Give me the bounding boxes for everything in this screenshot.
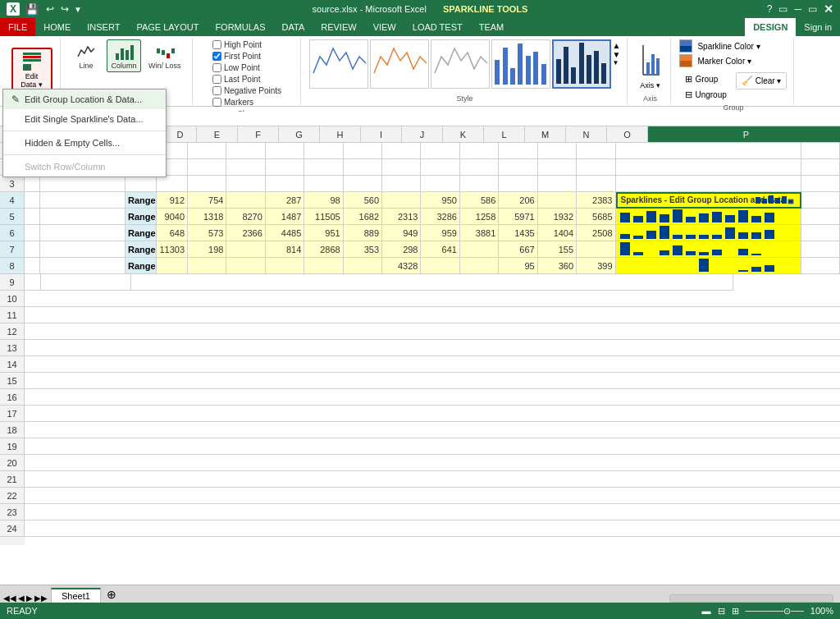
cell-N3[interactable] xyxy=(538,176,577,192)
col-header-G[interactable]: G xyxy=(279,126,320,142)
style-more-btn[interactable]: ▲ ▼ ▼ xyxy=(613,39,621,68)
cell-I5[interactable]: 1682 xyxy=(344,209,382,225)
sparkline-color-btn[interactable]: Sparkline Color ▾ xyxy=(697,42,760,51)
firstpoint-checkbox[interactable] xyxy=(212,52,221,61)
cell-E7[interactable]: 198 xyxy=(188,241,226,258)
cell-L3[interactable] xyxy=(460,176,499,192)
col-header-N[interactable]: N xyxy=(566,126,607,142)
cell-F1[interactable] xyxy=(226,143,265,159)
cell-Q6[interactable] xyxy=(801,225,840,241)
col-header-D[interactable]: D xyxy=(164,126,197,142)
axis-button[interactable]: Axis ▾ xyxy=(636,39,664,92)
row-header-8[interactable]: 8 xyxy=(0,258,25,274)
cell-O4[interactable]: 2383 xyxy=(577,192,615,209)
cell-H7[interactable]: 2868 xyxy=(304,241,343,258)
col-header-P[interactable]: P xyxy=(648,126,840,142)
cell-J1[interactable] xyxy=(382,143,421,159)
cell-Q2[interactable] xyxy=(801,159,840,176)
cell-B5[interactable] xyxy=(40,209,126,225)
row-header-7[interactable]: 7 xyxy=(0,241,25,258)
cell-Q7[interactable] xyxy=(801,241,840,258)
style-preview-4[interactable] xyxy=(491,39,550,89)
cell-K7[interactable]: 641 xyxy=(421,241,459,258)
row-header-4[interactable]: 4 xyxy=(0,192,25,209)
row-header-10[interactable]: 10 xyxy=(0,291,25,307)
cell-O3[interactable] xyxy=(577,176,615,192)
cell-I4[interactable]: 560 xyxy=(344,192,382,209)
cell-L2[interactable] xyxy=(460,159,499,176)
tab-team[interactable]: TEAM xyxy=(471,18,513,36)
cell-D8[interactable] xyxy=(157,258,188,274)
cell-E6[interactable]: 573 xyxy=(188,225,226,241)
cell-L1[interactable] xyxy=(460,143,499,159)
tab-home[interactable]: HOME xyxy=(35,18,79,36)
cell-D6[interactable]: 648 xyxy=(157,225,188,241)
signin-btn[interactable]: Sign in xyxy=(796,19,840,35)
style-preview-5[interactable] xyxy=(552,39,611,89)
cell-P8-sparkline[interactable] xyxy=(616,258,801,274)
cell-M7[interactable]: 667 xyxy=(499,241,537,258)
cell-K5[interactable]: 3286 xyxy=(421,209,459,225)
cell-K8[interactable] xyxy=(421,258,459,274)
cell-H8[interactable] xyxy=(304,258,343,274)
cell-L8[interactable] xyxy=(460,258,499,274)
cell-H1[interactable] xyxy=(304,143,343,159)
cell-L6[interactable]: 3881 xyxy=(460,225,499,241)
zoom-slider[interactable]: ──────⊙── xyxy=(746,606,804,617)
qat-save[interactable]: 💾 xyxy=(23,3,41,16)
column-button[interactable]: Column xyxy=(107,39,141,72)
lowpoint-check[interactable]: Low Point xyxy=(209,62,263,73)
cell-N4[interactable] xyxy=(538,192,577,209)
style-preview-2[interactable] xyxy=(370,39,429,89)
qat-undo[interactable]: ↩ xyxy=(44,3,56,15)
qat-dropdown[interactable]: ▼ xyxy=(74,5,82,14)
tab-insert[interactable]: INSERT xyxy=(79,18,128,36)
marker-color-btn[interactable]: Marker Color ▾ xyxy=(697,57,751,66)
cell-I8[interactable] xyxy=(344,258,382,274)
cell-M3[interactable] xyxy=(499,176,537,192)
menu-item-hidden-empty[interactable]: ✎ Hidden & Empty Cells... xyxy=(3,133,166,153)
markers-checkbox[interactable] xyxy=(212,98,221,107)
cell-F5[interactable]: 8270 xyxy=(226,209,265,225)
row-header-20[interactable]: 20 xyxy=(0,455,25,471)
scroll-first[interactable]: ◀◀ xyxy=(3,594,16,603)
cell-M4[interactable]: 206 xyxy=(499,192,537,209)
restore-icon[interactable]: ▭ xyxy=(778,3,788,15)
negpoints-check[interactable]: Negative Points xyxy=(209,85,285,96)
row-header-16[interactable]: 16 xyxy=(0,389,25,406)
cell-H6[interactable]: 951 xyxy=(304,225,343,241)
cell-N5[interactable]: 1932 xyxy=(538,209,577,225)
cell-J3[interactable] xyxy=(382,176,421,192)
tab-design[interactable]: DESIGN xyxy=(745,18,796,36)
cell-rest-9[interactable] xyxy=(131,274,733,291)
cell-P5-sparkline[interactable] xyxy=(616,209,801,225)
cell-I3[interactable] xyxy=(344,176,382,192)
row-header-5[interactable]: 5 xyxy=(0,209,25,225)
horizontal-scrollbar[interactable] xyxy=(669,594,833,603)
cell-O1[interactable] xyxy=(577,143,615,159)
cell-C3[interactable] xyxy=(126,176,157,192)
cell-C6[interactable]: Range 3 xyxy=(126,225,157,241)
cell-P3[interactable] xyxy=(616,176,801,192)
cell-E8[interactable] xyxy=(188,258,226,274)
cell-G6[interactable]: 4485 xyxy=(266,225,304,241)
cell-I1[interactable] xyxy=(344,143,382,159)
cell-C7[interactable]: Range 4 xyxy=(126,241,157,258)
col-header-E[interactable]: E xyxy=(197,126,238,142)
tab-formulas[interactable]: FORMULAS xyxy=(207,18,273,36)
cell-P1[interactable] xyxy=(616,143,801,159)
col-header-H[interactable]: H xyxy=(320,126,361,142)
cell-N7[interactable]: 155 xyxy=(538,241,577,258)
layout-page-icon[interactable]: ⊟ xyxy=(718,606,725,617)
clear-button[interactable]: 🧹 Clear ▾ xyxy=(736,72,788,89)
cell-D7[interactable]: 11303 xyxy=(157,241,188,258)
style-preview-3[interactable] xyxy=(431,39,490,89)
cell-A9[interactable] xyxy=(25,274,41,291)
row-header-13[interactable]: 13 xyxy=(0,340,25,356)
row-header-11[interactable]: 11 xyxy=(0,307,25,323)
cell-Q8[interactable] xyxy=(801,258,840,274)
cell-C8[interactable]: Range 5 xyxy=(126,258,157,274)
cell-F3[interactable] xyxy=(226,176,265,192)
firstpoint-check[interactable]: First Point xyxy=(209,51,264,62)
cell-J6[interactable]: 949 xyxy=(382,225,421,241)
